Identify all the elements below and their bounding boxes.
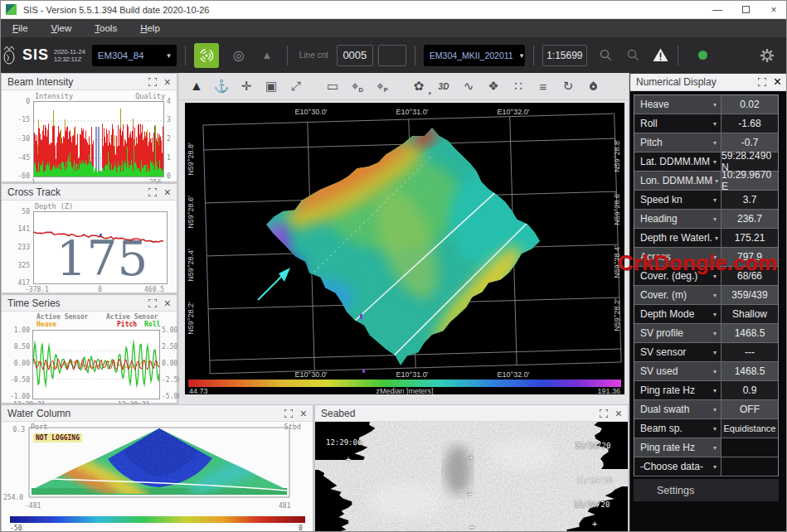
menu-tools[interactable]: Tools: [83, 23, 129, 33]
field-selector[interactable]: Depth re Waterl.▾: [634, 229, 721, 247]
north-arrow-icon[interactable]: ▲: [187, 75, 206, 97]
map-toolbar: ▲ ⚓ ✛ ▣ ⤢ ▭ ⌖D ⌖P ✿▾ 3D ∿ ❖ ∷ ≡ ↻: [179, 73, 629, 100]
field-selector[interactable]: SV profile▾: [634, 324, 721, 342]
axis-label: Depth (Z): [35, 202, 73, 210]
tiles-icon[interactable]: ❖: [484, 75, 503, 97]
chevron-down-icon: ▾: [711, 406, 717, 414]
warning-icon[interactable]: [652, 47, 669, 63]
menu-help[interactable]: Help: [129, 23, 172, 33]
survey-dropdown[interactable]: EM304_MKII_202011 ▾: [424, 45, 525, 66]
zoom-window-icon[interactable]: ▣: [262, 75, 280, 97]
map-scale-field[interactable]: 1:15699: [542, 45, 587, 66]
field-selector[interactable]: SV sensor▾: [634, 343, 721, 361]
main-toolbar: SIS 2020-11-24 12:32:11Z EM304_84 ▾ ◎ ▲ …: [1, 37, 787, 73]
chevron-down-icon: ▾: [712, 177, 718, 185]
menu-file[interactable]: File: [1, 23, 40, 33]
chevron-down-icon: ▾: [160, 51, 171, 60]
field-selector[interactable]: Beam sp.▾: [634, 419, 721, 438]
chevron-down-icon: ▾: [711, 292, 717, 299]
line-count-secondary-field[interactable]: [378, 45, 406, 66]
expand-icon[interactable]: [148, 299, 157, 307]
field-value: 1468.5: [721, 362, 778, 380]
datetime-display: 2020-11-24 12:32:11Z: [54, 48, 85, 63]
table-row: -Choose data-▾: [634, 457, 778, 476]
settings-gear-button[interactable]: [760, 48, 775, 63]
field-selector[interactable]: Heading▾: [634, 210, 721, 228]
chevron-down-icon: ▾: [513, 51, 524, 60]
minimize-button[interactable]: —: [703, 1, 731, 19]
zoom-in-icon[interactable]: [599, 48, 613, 62]
field-selector[interactable]: Lon. DDMM.MM▾: [634, 172, 721, 190]
status-ok-icon: [698, 51, 707, 60]
close-icon[interactable]: ×: [300, 409, 307, 418]
depth-colorbar: [188, 380, 621, 387]
refresh-icon[interactable]: ↻: [559, 75, 577, 97]
pitch-legend: Pitch: [117, 321, 137, 328]
close-icon[interactable]: ×: [615, 409, 622, 418]
field-selector[interactable]: Pitch▾: [634, 133, 721, 152]
center-on-position-icon[interactable]: ⌖P: [373, 75, 391, 97]
lines-icon[interactable]: ≡: [534, 75, 552, 97]
chevron-down-icon: ▾: [711, 158, 717, 166]
polyline-icon[interactable]: ∿: [459, 75, 478, 97]
field-selector[interactable]: Ping rate Hz▾: [634, 381, 721, 399]
chevron-down-icon: ▾: [711, 120, 717, 128]
upload-icon[interactable]: ▲: [255, 49, 279, 61]
date-stamp: 11/24/20: [575, 442, 610, 450]
chevron-down-icon: ▾: [711, 387, 717, 394]
expand-icon[interactable]: [148, 188, 157, 196]
location-pin-icon[interactable]: [584, 75, 602, 97]
field-selector[interactable]: Speed kn▾: [634, 191, 721, 209]
watermark: CrkDongle.com: [618, 250, 777, 276]
not-logging-badge: NOT LOGGING: [33, 433, 82, 443]
menu-view[interactable]: View: [40, 23, 84, 33]
field-selector[interactable]: Roll▾: [634, 114, 721, 133]
line-count-field[interactable]: 0005: [337, 45, 373, 66]
field-selector[interactable]: Heave▾: [634, 95, 721, 114]
palette-icon[interactable]: ✿▾: [410, 75, 428, 97]
close-icon[interactable]: ×: [164, 77, 171, 87]
map-lat-label: N59°28.8': [613, 139, 621, 172]
vessel-icon[interactable]: ⚓: [212, 75, 231, 97]
expand-icon[interactable]: [758, 78, 766, 86]
field-selector[interactable]: Cover. (m)▾: [634, 286, 721, 304]
field-selector[interactable]: Dual swath▾: [634, 400, 721, 418]
stbd-label: Stbd: [284, 423, 301, 431]
maximize-button[interactable]: [731, 1, 760, 19]
center-on-depth-icon[interactable]: ⌖D: [348, 75, 367, 97]
expand-icon[interactable]: [600, 409, 608, 418]
settings-button[interactable]: Settings: [634, 479, 779, 501]
close-icon[interactable]: ×: [774, 75, 781, 89]
toolbar-separator: [287, 46, 288, 65]
close-icon[interactable]: ×: [164, 187, 171, 197]
chevron-down-icon: ▾: [711, 101, 717, 109]
view-3d-icon[interactable]: 3D: [435, 75, 453, 97]
chevron-down-icon: ▾: [711, 196, 717, 204]
chevron-down-icon: ▾: [711, 215, 717, 223]
field-selector[interactable]: Ping rate Hz▾: [634, 438, 721, 457]
sis-application-window: SIS - Version 5.5.1.394 Build date 2020-…: [0, 0, 787, 532]
sounder-dropdown[interactable]: EM304_84 ▾: [92, 45, 177, 66]
ruler-icon[interactable]: ▭: [323, 75, 342, 97]
fit-extents-icon[interactable]: ⤢: [287, 75, 305, 97]
field-selector[interactable]: SV used▾: [634, 362, 721, 380]
close-icon[interactable]: ×: [164, 298, 171, 308]
field-selector[interactable]: -Choose data-▾: [634, 457, 721, 476]
map-lat-label: N59°28.6': [613, 192, 621, 225]
field-selector[interactable]: Depth Mode▾: [634, 305, 721, 323]
map-lon-label: E10°30.0': [295, 108, 328, 116]
geographic-display[interactable]: E10°30.0' E10°31.0' E10°32.0' E10°30.0' …: [185, 103, 624, 394]
map-lon-label: E10°32.0': [498, 108, 530, 116]
zoom-out-icon[interactable]: [626, 48, 640, 62]
expand-icon[interactable]: [148, 78, 157, 86]
pinging-button[interactable]: [194, 43, 219, 68]
chevron-down-icon: ▾: [711, 444, 717, 452]
expand-icon[interactable]: [284, 409, 293, 418]
logging-record-icon[interactable]: ◎: [227, 47, 250, 63]
pan-icon[interactable]: ✛: [237, 75, 255, 97]
field-selector[interactable]: Lat. DDMM.MM▾: [634, 152, 721, 171]
seabed-panel: Seabed × 12:29:06 + + + + 11/24/2: [314, 404, 629, 532]
field-value: 0.9: [721, 381, 778, 399]
scatter-icon[interactable]: ∷: [509, 75, 527, 97]
close-button[interactable]: ×: [760, 1, 787, 19]
